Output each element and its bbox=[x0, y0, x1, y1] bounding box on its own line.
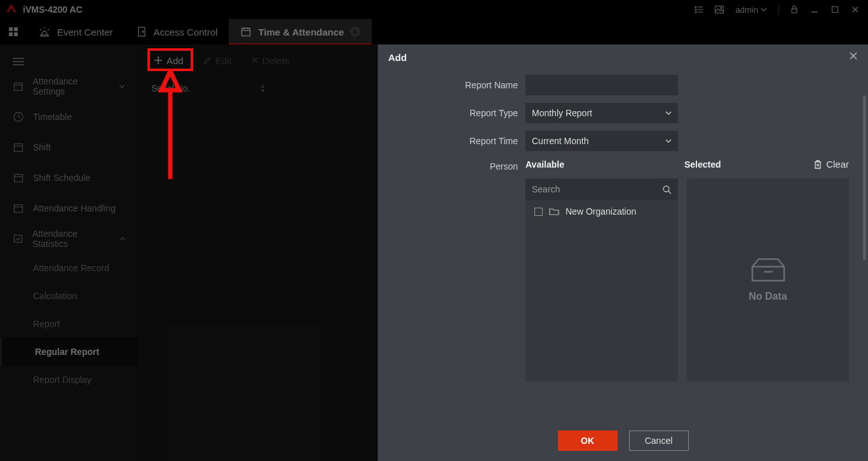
trash-icon bbox=[813, 159, 822, 170]
modal-footer: OK Cancel bbox=[378, 420, 868, 461]
search-box bbox=[526, 178, 678, 200]
available-list: New Organization bbox=[526, 178, 678, 382]
modal-header: Add bbox=[378, 44, 868, 70]
label-available: Available bbox=[526, 159, 684, 170]
org-label: New Organization bbox=[566, 206, 636, 217]
modal-title: Add bbox=[388, 52, 407, 63]
folder-icon bbox=[549, 207, 559, 216]
search-input[interactable] bbox=[532, 184, 662, 194]
label-report-time: Report Time bbox=[397, 136, 518, 146]
label-report-name: Report Name bbox=[397, 80, 518, 90]
org-item[interactable]: New Organization bbox=[526, 200, 678, 223]
ok-button[interactable]: OK bbox=[558, 431, 618, 451]
box-icon bbox=[751, 258, 785, 283]
select-value: Current Month bbox=[532, 136, 588, 146]
modal-body: Report Name Report Type Monthly Report R… bbox=[378, 70, 868, 420]
label-person: Person bbox=[397, 159, 518, 171]
report-name-input[interactable] bbox=[526, 75, 678, 95]
select-value: Monthly Report bbox=[532, 108, 592, 118]
svg-point-48 bbox=[663, 186, 669, 192]
report-time-select[interactable]: Current Month bbox=[526, 131, 678, 151]
add-report-modal: Add Report Name Report Type Monthly Repo… bbox=[377, 44, 868, 461]
report-type-select[interactable]: Monthly Report bbox=[526, 103, 678, 123]
chevron-down-icon bbox=[665, 138, 672, 144]
checkbox[interactable] bbox=[534, 208, 543, 216]
clear-button[interactable]: Clear bbox=[813, 159, 849, 170]
svg-line-49 bbox=[668, 191, 671, 194]
no-data-label: No Data bbox=[749, 291, 787, 302]
label-selected: Selected bbox=[684, 159, 799, 170]
button-label: Clear bbox=[826, 159, 849, 170]
scrollbar[interactable] bbox=[863, 95, 866, 260]
search-icon[interactable] bbox=[662, 185, 672, 194]
modal-close-button[interactable] bbox=[849, 51, 858, 63]
chevron-down-icon bbox=[665, 110, 672, 116]
label-report-type: Report Type bbox=[397, 108, 518, 118]
cancel-button[interactable]: Cancel bbox=[629, 431, 689, 451]
selected-list: No Data bbox=[687, 178, 849, 382]
